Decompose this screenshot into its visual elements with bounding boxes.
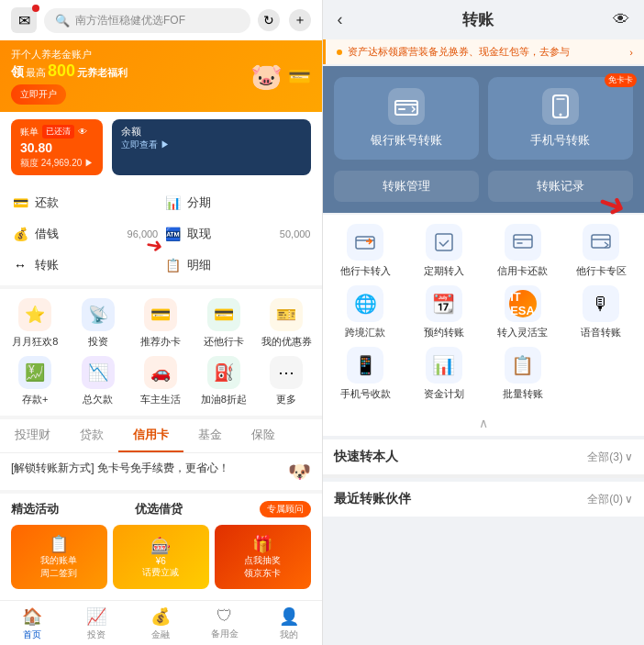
nav-home[interactable]: 🏠 首页 <box>0 606 64 641</box>
monthly-icon: ⭐ <box>18 298 51 331</box>
voice-label: 语音转账 <box>581 326 621 339</box>
rt-all-button[interactable]: 全部(0) ∨ <box>587 492 633 507</box>
right-panel: ‹ 转账 👁 资产达标领露营装备兑换券、现金红包等，去参与 › 银行账号转账 <box>323 0 645 645</box>
scheduled-label: 预约转账 <box>424 326 464 339</box>
card-icon: 💳 <box>288 65 311 87</box>
search-icon: 🔍 <box>55 14 70 28</box>
quick-actions: 💳 还款 📊 分期 💰 借钱 96,000 🏧 取现 50,000 ↔ 转账 ➜… <box>0 183 322 285</box>
tab-fund[interactable]: 基金 <box>183 419 237 452</box>
svc-credit-repay[interactable]: 信用卡还款 <box>487 224 559 278</box>
menu-item-othercard[interactable]: 💳 还他行卡 <box>196 298 252 349</box>
car-label: 车主生活 <box>140 393 181 406</box>
svc-other-bank-zone[interactable]: 他行卡专区 <box>565 224 637 278</box>
eye-button[interactable]: 👁 <box>613 10 629 29</box>
svc-fund-plan[interactable]: 📊 资金计划 <box>408 347 480 401</box>
menu-item-deposit[interactable]: 💹 存款+ <box>7 356 63 406</box>
red-arrow-left: ➜ <box>144 233 164 260</box>
fund-plan-icon: 📊 <box>426 347 462 384</box>
add-icon[interactable]: ＋ <box>289 9 311 31</box>
promo-banner: [解锁转账新方式] 免卡号免手续费，更省心！ 🐶 <box>0 453 322 490</box>
transfer-management-button[interactable]: 转账管理 <box>334 171 479 202</box>
bank-transfer-card[interactable]: 银行账号转账 <box>334 77 479 160</box>
balance-action[interactable]: 立即查看 ▶ <box>121 139 301 151</box>
collapse-button[interactable]: ∧ <box>323 410 645 436</box>
transfer-label: 转账 <box>35 257 59 273</box>
rt-title: 最近转账伙伴 <box>334 491 411 507</box>
transfer-cards-section: 银行账号转账 手机号转账 免卡卡 <box>323 66 645 171</box>
nav-finance[interactable]: 💰 金融 <box>128 606 193 641</box>
bill-label: 账单 已还清 👁 <box>20 125 94 139</box>
deposit-icon: 💹 <box>18 356 51 389</box>
nav-reserve[interactable]: 🛡 备用金 <box>193 606 257 641</box>
fuel-label: 加油8折起 <box>201 393 247 406</box>
svc-scheduled[interactable]: 📆 预约转账 <box>408 285 480 339</box>
phone-transfer-card[interactable]: 手机号转账 <box>488 77 633 160</box>
banner-subtitle: 开个人养老金账户 <box>11 48 128 61</box>
qt-chevron: ∨ <box>625 450 633 463</box>
activity-card-1[interactable]: 📋 我的账单周二签到 <box>11 525 107 589</box>
mail-button[interactable]: ✉ <box>11 7 37 33</box>
othercard-icon: 💳 <box>207 298 240 331</box>
activity-icon-1: 📋 <box>49 534 69 554</box>
fixed-in-icon <box>426 224 462 261</box>
right-title: 转账 <box>462 9 494 30</box>
nav-reserve-label: 备用金 <box>211 628 239 640</box>
menu-item-debt[interactable]: 📉 总欠款 <box>71 356 127 406</box>
banner-cta-button[interactable]: 立即开户 <box>11 84 66 105</box>
bank-transfer-icon <box>388 88 425 125</box>
borrow-action[interactable]: 💰 借钱 96,000 <box>11 221 158 247</box>
svc-fixed-in[interactable]: 定期转入 <box>408 224 480 278</box>
bill-badge: 已还清 <box>42 125 74 139</box>
tab-invest[interactable]: 投理财 <box>0 419 65 452</box>
advisor-button[interactable]: 专属顾问 <box>260 501 311 517</box>
balance-card[interactable]: 余额 立即查看 ▶ <box>112 119 310 175</box>
promo-dot <box>337 50 342 55</box>
credit-repay-label: 信用卡还款 <box>497 264 548 278</box>
nav-home-label: 首页 <box>23 628 41 641</box>
menu-item-car[interactable]: 🚗 车主生活 <box>133 356 189 406</box>
tab-creditcard[interactable]: 信用卡 <box>118 419 183 452</box>
menu-item-fuel[interactable]: ⛽ 加油8折起 <box>196 356 252 406</box>
account-card[interactable]: 账单 已还清 👁 30.80 额度 24,969.20 ▶ <box>11 119 103 175</box>
other-bank-zone-icon <box>583 224 619 261</box>
activity-card-3[interactable]: 🎁 点我抽奖领京东卡 <box>215 525 311 589</box>
chevron-up-icon: ∧ <box>479 416 488 430</box>
repay-action[interactable]: 💳 还款 <box>11 190 158 216</box>
promo-notice[interactable]: 资产达标领露营装备兑换券、现金红包等，去参与 › <box>323 39 645 64</box>
search-bar[interactable]: 🔍 南方浩恒稳健优选FOF <box>44 8 250 33</box>
qt-all-button[interactable]: 全部(3) ∨ <box>587 450 633 465</box>
transfer-action[interactable]: ↔ 转账 ➜ <box>11 252 158 278</box>
back-button[interactable]: ‹ <box>338 10 343 29</box>
nav-mine[interactable]: 👤 我的 <box>257 606 321 641</box>
tab-loan[interactable]: 贷款 <box>65 419 118 452</box>
scheduled-icon: 📆 <box>426 285 462 322</box>
detail-label: 明细 <box>187 257 211 273</box>
phone-transfer-wrapper: 手机号转账 免卡卡 <box>488 77 633 160</box>
withdraw-icon: 🏧 <box>163 225 182 243</box>
coupon-icon: 🎫 <box>270 298 303 331</box>
tabs: 投理财 贷款 信用卡 基金 保险 <box>0 419 322 453</box>
quick-transfer-section: 快速转本人 全部(3) ∨ <box>323 439 645 474</box>
withdraw-action[interactable]: 🏧 取现 50,000 <box>163 221 310 247</box>
svc-voice[interactable]: 🎙 语音转账 <box>565 285 637 339</box>
linghuobao-icon: ITESA <box>505 285 541 322</box>
activity-card-2[interactable]: 🎰 ¥6话费立减 <box>113 525 209 589</box>
svc-other-bank-in[interactable]: 他行卡转入 <box>330 224 402 278</box>
refresh-icon[interactable]: ↻ <box>258 9 280 31</box>
borrow-icon: 💰 <box>11 225 29 243</box>
svc-cross-border[interactable]: 🌐 跨境汇款 <box>330 285 402 339</box>
pig-icon: 🐷 <box>250 61 283 92</box>
menu-item-more[interactable]: ⋯ 更多 <box>259 356 315 406</box>
nav-invest[interactable]: 📈 投资 <box>64 606 128 641</box>
tab-insurance[interactable]: 保险 <box>237 419 290 452</box>
installment-action[interactable]: 📊 分期 <box>163 190 310 216</box>
svc-linghuobao[interactable]: ITESA 转入灵活宝 <box>487 285 559 339</box>
phone-collect-label: 手机号收款 <box>340 387 391 401</box>
menu-item-card[interactable]: 💳 推荐办卡 <box>133 298 189 349</box>
menu-item-monthly[interactable]: ⭐ 月月狂欢8 <box>7 298 63 349</box>
menu-item-invest[interactable]: 📡 投资 <box>71 298 127 349</box>
menu-item-coupon[interactable]: 🎫 我的优惠券 <box>259 298 315 349</box>
detail-action[interactable]: 📋 明细 <box>163 252 310 278</box>
svc-batch[interactable]: 📋 批量转账 <box>487 347 559 401</box>
svc-phone-collect[interactable]: 📱 手机号收款 <box>330 347 402 401</box>
